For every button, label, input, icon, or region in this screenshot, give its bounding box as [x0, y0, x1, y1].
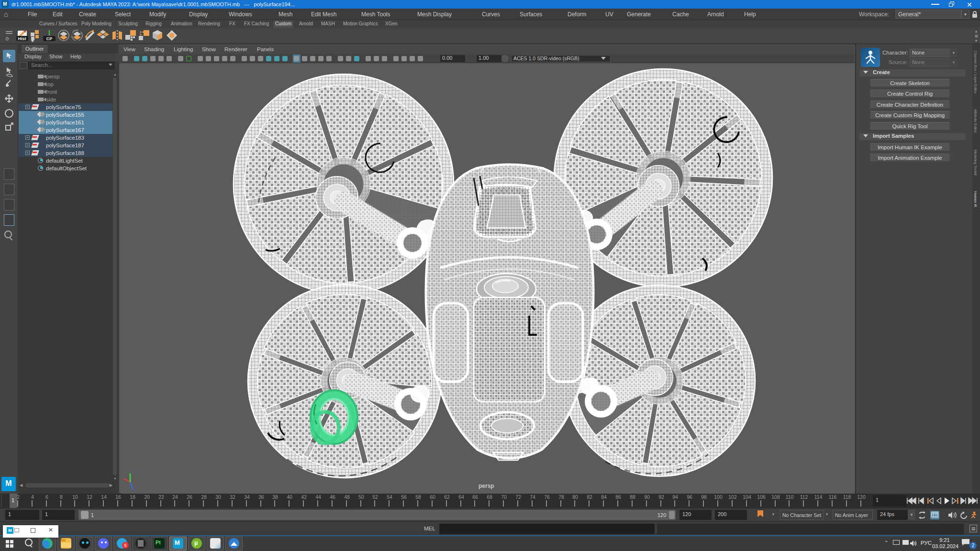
svg-text:persp: persp [479, 483, 494, 489]
svg-text:CP: CP [46, 36, 53, 41]
svg-text:Hist: Hist [18, 36, 26, 41]
